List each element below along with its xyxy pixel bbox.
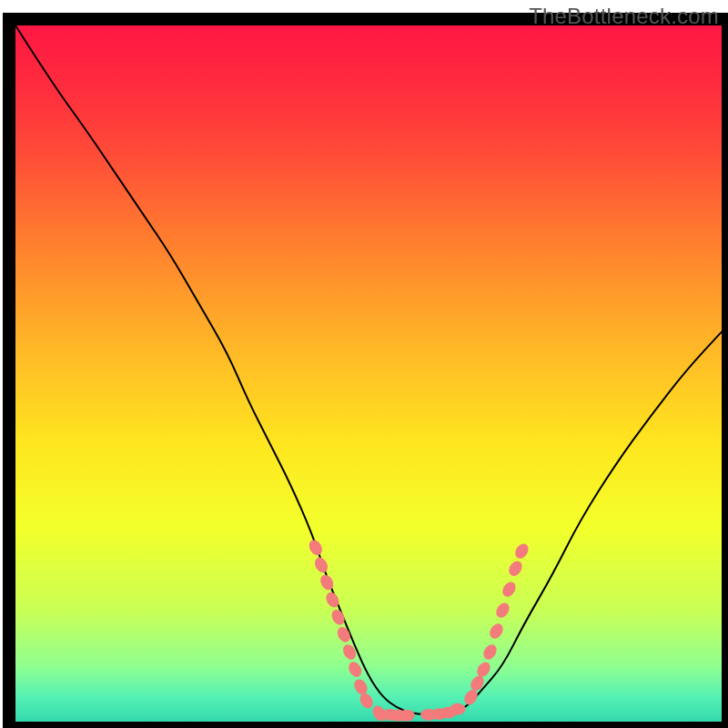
chart-container: TheBottleneck.com	[0, 0, 728, 728]
bottleneck-curve-chart	[0, 0, 728, 728]
watermark-text: TheBottleneck.com	[529, 4, 719, 29]
